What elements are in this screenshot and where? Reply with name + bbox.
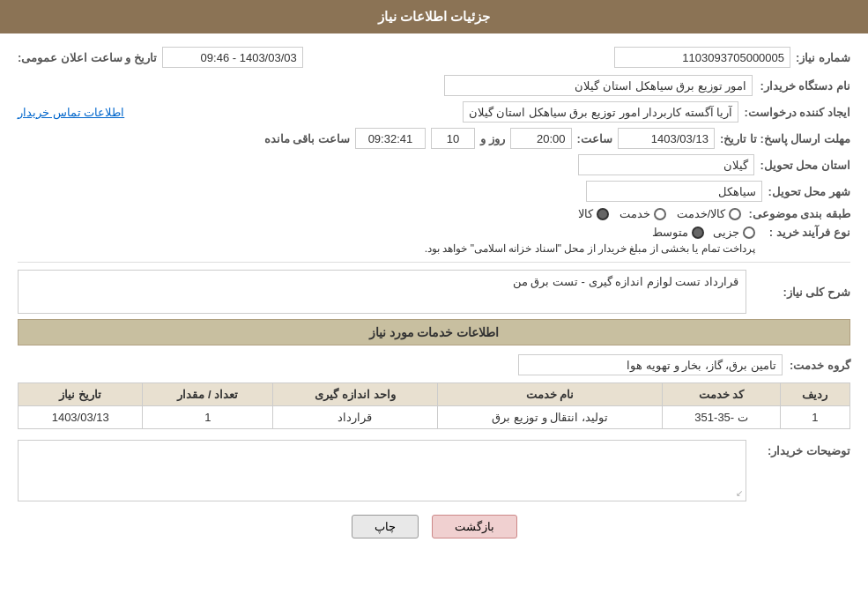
page-title: جزئیات اطلاعات نیاز: [378, 9, 490, 24]
process-note: پرداخت تمام یا بخشی از مبلغ خریدار از مح…: [18, 242, 755, 255]
cell-row-num: 1: [780, 406, 849, 429]
col-unit: واحد اندازه گیری: [273, 383, 437, 406]
category-option-khedmat[interactable]: خدمت: [619, 207, 666, 220]
process-motavasset-label: متوسط: [652, 226, 688, 239]
remaining-label: ساعت باقی مانده: [264, 132, 350, 145]
category-option-kala-khedmat[interactable]: کالا/خدمت: [677, 207, 742, 220]
category-option-kala[interactable]: کالا: [578, 207, 609, 220]
back-button[interactable]: بازگشت: [432, 515, 517, 538]
process-jozii-label: جزیی: [713, 226, 739, 239]
date-announce-value: 1403/03/03 - 09:46: [162, 47, 303, 68]
category-label: طبقه بندی موضوعی:: [748, 207, 850, 220]
buyer-org-value: امور توزیع برق سیاهکل استان گیلان: [444, 75, 753, 96]
response-time-value: 20:00: [510, 128, 572, 149]
days-value: 10: [431, 128, 475, 149]
city-label: شهر محل تحویل:: [768, 185, 850, 198]
category-khedmat-label: خدمت: [619, 207, 650, 220]
services-table: ردیف کد خدمت نام خدمت واحد اندازه گیری ت…: [18, 382, 850, 429]
days-label: روز و: [480, 132, 505, 145]
radio-jozii-icon: [743, 227, 755, 239]
col-service-name: نام خدمت: [437, 383, 663, 406]
process-option-motavasset[interactable]: متوسط: [652, 226, 704, 239]
contact-link[interactable]: اطلاعات تماس خریدار: [18, 106, 124, 119]
remaining-time: 09:32:41: [355, 128, 426, 149]
services-section-header: اطلاعات خدمات مورد نیاز: [18, 319, 850, 345]
response-date-value: 1403/03/13: [618, 128, 715, 149]
radio-kala-khedmat-icon: [729, 208, 741, 220]
radio-kala-icon: [597, 208, 609, 220]
cell-unit: قرارداد: [273, 406, 437, 429]
col-service-code: کد خدمت: [663, 383, 780, 406]
buyer-desc-label: توضیحات خریدار:: [753, 440, 850, 457]
col-row-num: ردیف: [780, 383, 849, 406]
need-description-label: شرح کلی نیاز:: [753, 286, 850, 299]
service-group-value: تامین برق، گاز، بخار و تهویه هوا: [518, 354, 783, 375]
print-button[interactable]: چاپ: [352, 515, 419, 538]
cell-service-name: تولید، انتقال و توزیع برق: [437, 406, 663, 429]
buyer-desc-value[interactable]: ↙: [18, 440, 746, 501]
process-type-label: نوع فرآیند خرید :: [762, 226, 850, 239]
table-row: 1 ت -35-351 تولید، انتقال و توزیع برق قر…: [19, 406, 850, 429]
requester-value: آریا آگسته کاربردار امور توزیع برق سیاهک…: [463, 101, 739, 123]
buttons-row: بازگشت چاپ: [18, 515, 850, 538]
radio-khedmat-icon: [654, 208, 666, 220]
need-number-value: 1103093705000005: [614, 47, 790, 68]
cell-service-code: ت -35-351: [663, 406, 780, 429]
category-radio-group: کالا/خدمت خدمت کالا: [578, 207, 742, 220]
need-description-value[interactable]: قرارداد تست لوازم اندازه گیری - تست برق …: [18, 270, 746, 314]
category-kala-label: کالا: [578, 207, 593, 220]
city-value: سیاهکل: [586, 181, 762, 202]
response-time-label: ساعت:: [577, 132, 612, 145]
requester-label: ایجاد کننده درخواست:: [744, 106, 850, 119]
page-header: جزئیات اطلاعات نیاز: [0, 0, 868, 33]
service-group-label: گروه خدمت:: [790, 359, 850, 372]
cell-date: 1403/03/13: [19, 406, 143, 429]
col-date: تاریخ نیاز: [19, 383, 143, 406]
cell-quantity: 1: [143, 406, 273, 429]
process-option-jozii[interactable]: جزیی: [713, 226, 755, 239]
category-kala-khedmat-label: کالا/خدمت: [677, 207, 726, 220]
need-number-label: شماره نیاز:: [796, 51, 850, 64]
col-quantity: تعداد / مقدار: [143, 383, 273, 406]
buyer-org-label: نام دستگاه خریدار:: [760, 79, 850, 93]
province-value: گیلان: [578, 154, 754, 175]
radio-motavasset-icon: [692, 227, 704, 239]
date-announce-label: تاریخ و ساعت اعلان عمومی:: [18, 51, 157, 64]
response-deadline-label: مهلت ارسال پاسخ: تا تاریخ:: [720, 132, 850, 145]
province-label: استان محل تحویل:: [760, 159, 850, 172]
